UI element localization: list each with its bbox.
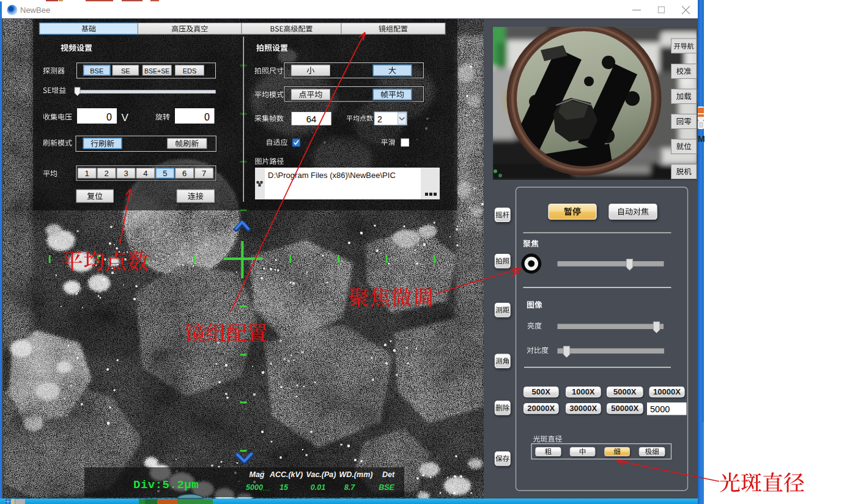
- svg-text:3: 3: [124, 169, 128, 178]
- svg-text:20000X: 20000X: [527, 404, 555, 413]
- svg-text:5000: 5000: [246, 483, 263, 492]
- svg-text:0.01: 0.01: [311, 483, 325, 492]
- svg-text:BSE+SE: BSE+SE: [144, 67, 169, 75]
- svg-text:10000X: 10000X: [653, 387, 681, 396]
- svg-text:NewBee: NewBee: [20, 6, 50, 15]
- svg-text:BSE: BSE: [90, 67, 103, 75]
- svg-text:15: 15: [279, 483, 289, 492]
- svg-text:0: 0: [204, 112, 210, 122]
- svg-text:2: 2: [104, 169, 108, 178]
- svg-text:4: 4: [143, 169, 147, 178]
- svg-text:50000X: 50000X: [611, 404, 638, 413]
- svg-text:Div:5.2μm: Div:5.2μm: [133, 478, 199, 492]
- svg-text:WD.(mm): WD.(mm): [339, 470, 373, 479]
- svg-text:5: 5: [163, 169, 167, 178]
- svg-text:64: 64: [306, 114, 317, 124]
- svg-text:1000X: 1000X: [572, 387, 595, 396]
- svg-text:8.7: 8.7: [344, 483, 355, 492]
- svg-text:M: M: [698, 134, 705, 144]
- svg-text:Mag: Mag: [250, 470, 265, 479]
- svg-text:1: 1: [85, 169, 89, 178]
- svg-text:Vac.(Pa): Vac.(Pa): [306, 470, 336, 479]
- svg-text:7: 7: [202, 169, 206, 178]
- svg-text:BSE: BSE: [379, 483, 394, 492]
- svg-text:SE: SE: [121, 67, 130, 75]
- svg-text:V: V: [122, 112, 129, 124]
- svg-text:2: 2: [377, 114, 382, 124]
- svg-text:30000X: 30000X: [569, 404, 597, 413]
- svg-text:ACC.(kV): ACC.(kV): [269, 470, 303, 479]
- svg-text:6: 6: [182, 169, 187, 178]
- svg-text:Det: Det: [382, 470, 395, 479]
- svg-text:5000: 5000: [650, 404, 670, 414]
- svg-text:EDS: EDS: [183, 67, 197, 75]
- svg-text:0: 0: [106, 112, 112, 122]
- svg-text:D:\Program Files (x86)\NewBee\: D:\Program Files (x86)\NewBee\PIC: [268, 171, 396, 180]
- svg-text:5000X: 5000X: [613, 387, 637, 396]
- svg-text:500X: 500X: [532, 387, 551, 396]
